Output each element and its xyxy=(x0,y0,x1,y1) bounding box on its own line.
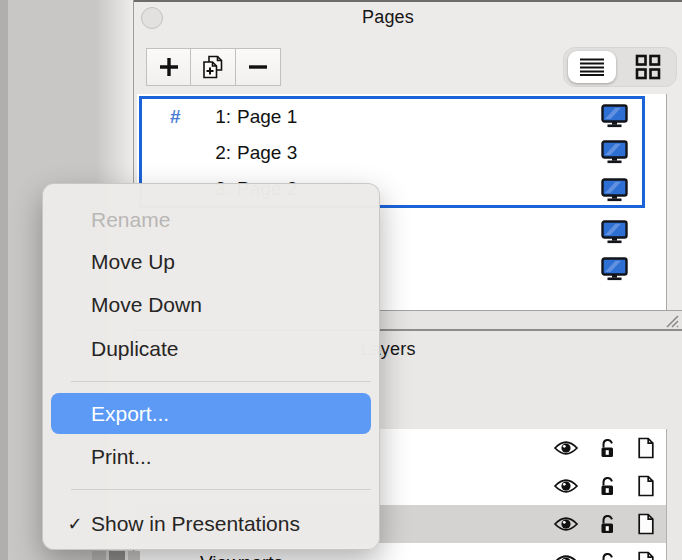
unlocked-padlock-icon[interactable] xyxy=(598,551,616,560)
menu-item-print[interactable]: Print... xyxy=(43,436,379,478)
layers-list-gutter xyxy=(666,429,667,560)
presentation-monitor-icon[interactable] xyxy=(601,178,628,202)
menu-item-duplicate[interactable]: Duplicate xyxy=(43,328,379,370)
unlocked-padlock-icon[interactable] xyxy=(598,513,616,535)
menu-item-export-highlighted[interactable]: Export... xyxy=(51,393,371,434)
resize-grip-icon[interactable] xyxy=(661,312,680,329)
presentation-monitor-icon[interactable] xyxy=(601,257,628,281)
page-index: 1: xyxy=(197,106,231,128)
presentation-monitor-icon[interactable] xyxy=(601,220,628,244)
list-view-icon xyxy=(579,57,605,77)
view-mode-segmented-control xyxy=(563,47,677,87)
menu-separator xyxy=(71,381,371,382)
unlocked-padlock-icon[interactable] xyxy=(598,437,616,459)
menu-item-rename[interactable]: Rename xyxy=(43,199,379,241)
grid-view-segment[interactable] xyxy=(620,48,676,86)
thumbnail-square xyxy=(128,551,140,560)
page-name: Page 1 xyxy=(237,106,297,128)
menu-item-move-up[interactable]: Move Up xyxy=(43,241,379,283)
menu-item-move-down[interactable]: Move Down xyxy=(43,284,379,326)
unlocked-padlock-icon[interactable] xyxy=(598,475,616,497)
presentation-monitor-icon[interactable] xyxy=(601,104,628,128)
page-index: 2: xyxy=(197,142,231,164)
screenshot-root: Pages xyxy=(0,0,682,560)
menu-separator xyxy=(71,489,371,490)
page-row-2[interactable]: 2: Page 3 xyxy=(142,135,642,171)
visibility-eye-icon[interactable] xyxy=(553,553,579,560)
pages-toolbar xyxy=(146,48,281,86)
duplicate-pages-icon xyxy=(199,53,227,81)
visibility-eye-icon[interactable] xyxy=(553,515,579,533)
grid-view-icon xyxy=(635,54,661,80)
thumbnail-square xyxy=(109,551,125,560)
layer-page-icon[interactable] xyxy=(637,513,655,535)
hash-column-label: # xyxy=(170,106,181,128)
window-left-edge xyxy=(0,0,8,560)
visibility-eye-icon[interactable] xyxy=(553,439,579,457)
layer-page-icon[interactable] xyxy=(637,475,655,497)
menu-item-show-in-presentations[interactable]: ✓ Show in Presentations xyxy=(43,503,379,545)
page-row-1[interactable]: # 1: Page 1 xyxy=(142,99,642,135)
layer-name: Viewports xyxy=(200,552,283,560)
layer-page-icon[interactable] xyxy=(637,437,655,459)
menu-item-label: Show in Presentations xyxy=(91,512,300,535)
layer-page-icon[interactable] xyxy=(637,551,655,560)
add-page-button[interactable] xyxy=(146,48,191,86)
visibility-eye-icon[interactable] xyxy=(553,477,579,495)
duplicate-page-button[interactable] xyxy=(191,48,236,86)
context-menu: Rename Move Up Move Down Duplicate Expor… xyxy=(42,183,380,550)
pages-panel-title: Pages xyxy=(328,7,448,28)
checkmark-icon: ✓ xyxy=(63,503,87,545)
window-control-circle[interactable] xyxy=(141,7,163,29)
plus-icon xyxy=(157,55,181,79)
remove-page-button[interactable] xyxy=(236,48,281,86)
presentation-monitor-icon[interactable] xyxy=(601,140,628,164)
pages-list-gutter xyxy=(666,94,667,310)
minus-icon xyxy=(246,55,270,79)
thumbnail-square xyxy=(92,551,106,560)
page-name: Page 3 xyxy=(237,142,297,164)
list-view-segment[interactable] xyxy=(564,48,620,86)
